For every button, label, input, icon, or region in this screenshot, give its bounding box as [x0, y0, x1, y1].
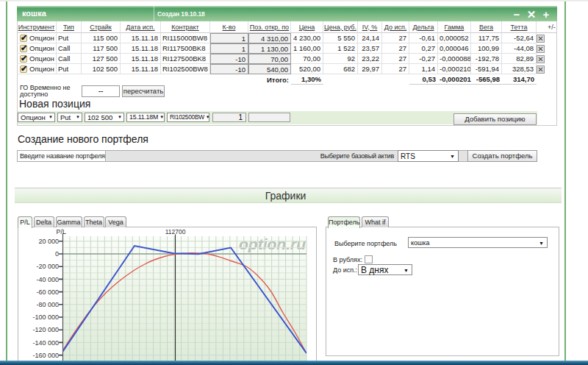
svg-text:-60 000: -60 000 — [36, 288, 59, 296]
svg-text:option.ru: option.ru — [239, 235, 306, 252]
svg-text:-140 000: -140 000 — [32, 339, 59, 347]
svg-text:-100 000: -100 000 — [32, 313, 59, 321]
svg-text:-20 000: -20 000 — [36, 263, 59, 270]
svg-text:20 000: 20 000 — [38, 238, 59, 245]
svg-text:P/L: P/L — [56, 228, 66, 235]
svg-text:-160 000: -160 000 — [32, 352, 59, 359]
svg-text:-80 000: -80 000 — [36, 301, 59, 308]
svg-text:-120 000: -120 000 — [32, 326, 59, 333]
svg-text:0: 0 — [55, 250, 59, 258]
svg-text:112700: 112700 — [165, 228, 186, 235]
svg-text:-40 000: -40 000 — [36, 276, 59, 283]
